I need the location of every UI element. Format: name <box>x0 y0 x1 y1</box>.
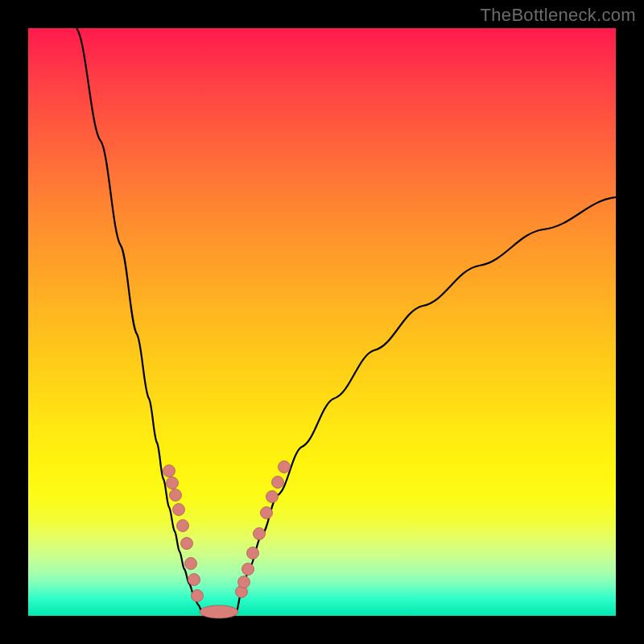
left-marker-7 <box>188 574 200 586</box>
right-marker-7 <box>272 477 284 489</box>
plot-area <box>28 28 616 616</box>
curve-right-curve <box>236 197 616 613</box>
left-marker-0 <box>163 465 175 477</box>
left-marker-4 <box>177 520 189 532</box>
left-marker-5 <box>181 538 193 550</box>
left-marker-3 <box>173 504 185 516</box>
right-marker-8 <box>279 461 291 473</box>
right-marker-3 <box>247 547 259 559</box>
curves-svg <box>28 28 616 616</box>
left-marker-6 <box>185 558 197 570</box>
left-marker-2 <box>170 489 182 502</box>
chart-frame: TheBottleneck.com <box>0 0 644 644</box>
right-marker-5 <box>261 507 273 519</box>
watermark-label: TheBottleneck.com <box>481 5 636 26</box>
left-marker-8 <box>192 590 204 602</box>
left-marker-1 <box>167 477 179 489</box>
valley-lozenge <box>200 605 238 618</box>
right-marker-6 <box>266 491 279 503</box>
right-marker-4 <box>254 528 266 540</box>
right-marker-1 <box>238 576 250 588</box>
right-marker-2 <box>242 564 254 576</box>
